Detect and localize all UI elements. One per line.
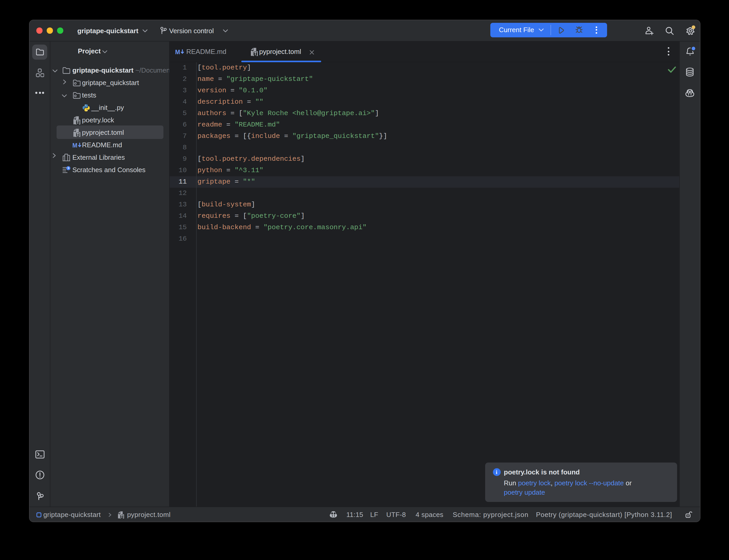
svg-text:M: M	[73, 142, 77, 149]
svg-text:M: M	[175, 49, 180, 55]
